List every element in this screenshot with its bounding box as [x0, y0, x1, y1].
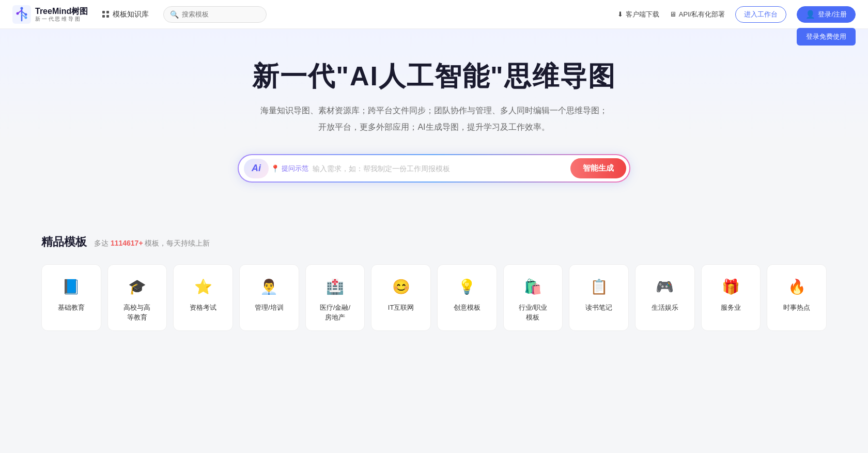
- category-card-service-industry[interactable]: 🎁服务业: [701, 264, 761, 330]
- category-card-basic-education[interactable]: 📘基础教育: [41, 264, 101, 330]
- category-icon-management-training: 👨‍💼: [258, 275, 281, 298]
- category-label-qualification-exam: 资格考试: [190, 303, 216, 312]
- templates-desc: 多达 1114617+ 模板，每天持续上新: [94, 239, 210, 248]
- category-card-qualification-exam[interactable]: ⭐资格考试: [173, 264, 233, 330]
- svg-point-3: [25, 16, 27, 19]
- category-icon-industry-career: 🛍️: [521, 275, 544, 298]
- templates-desc-prefix: 多达: [94, 239, 109, 247]
- category-card-industry-career[interactable]: 🛍️行业/职业 模板: [503, 264, 563, 330]
- category-icon-creative-templates: 💡: [456, 275, 478, 298]
- header: TreeMind树图 新 一 代 思 维 导 图 模板知识库 🔍 ⬇ 客户端下载…: [0, 0, 868, 29]
- category-icon-service-industry: 🎁: [719, 275, 742, 298]
- enter-workspace-button[interactable]: 进入工作台: [735, 6, 786, 23]
- download-link[interactable]: ⬇ 客户端下载: [617, 10, 659, 19]
- hero-subtitle-line2: 开放平台，更多外部应用；AI生成导图，提升学习及工作效率。: [318, 123, 549, 131]
- hint-icon: 📍: [271, 164, 280, 173]
- category-card-creative-templates[interactable]: 💡创意模板: [437, 264, 497, 330]
- api-link[interactable]: 🖥 API/私有化部署: [670, 10, 725, 19]
- category-icon-it-internet: 😊: [390, 275, 412, 298]
- download-icon: ⬇: [617, 10, 623, 18]
- categories-grid: 📘基础教育🎓高校与高 等教育⭐资格考试👨‍💼管理/培训🏥医疗/金融/ 房地产😊I…: [41, 264, 827, 330]
- search-input[interactable]: [182, 10, 260, 18]
- login-dropdown[interactable]: 登录免费使用: [797, 28, 856, 46]
- category-card-higher-education[interactable]: 🎓高校与高 等教育: [107, 264, 167, 330]
- smart-generate-button[interactable]: 智能生成: [570, 158, 626, 178]
- templates-count: 1114617+: [111, 239, 143, 247]
- nav-template-label: 模板知识库: [113, 10, 149, 19]
- category-card-reading-notes[interactable]: 📋读书笔记: [569, 264, 629, 330]
- ai-search-container: Ai 📍 提问示范 智能生成: [238, 154, 630, 183]
- category-label-medical-finance: 医疗/金融/ 房地产: [320, 303, 350, 322]
- ai-search-bar: Ai 📍 提问示范 智能生成: [238, 154, 630, 183]
- category-label-industry-career: 行业/职业 模板: [519, 303, 548, 322]
- logo-text: TreeMind树图 新 一 代 思 维 导 图: [35, 6, 88, 22]
- logo-slogan: 新 一 代 思 维 导 图: [35, 16, 88, 22]
- login-label: 登录/注册: [818, 10, 847, 19]
- ai-search-input[interactable]: [313, 164, 570, 173]
- category-label-higher-education: 高校与高 等教育: [123, 303, 150, 322]
- category-card-it-internet[interactable]: 😊IT互联网: [371, 264, 431, 330]
- category-card-medical-finance[interactable]: 🏥医疗/金融/ 房地产: [305, 264, 365, 330]
- category-label-reading-notes: 读书笔记: [585, 303, 612, 312]
- download-label: 客户端下载: [626, 10, 659, 19]
- templates-section: 精品模板 多达 1114617+ 模板，每天持续上新 📘基础教育🎓高校与高 等教…: [0, 214, 868, 351]
- category-card-life-entertainment[interactable]: 🎮生活娱乐: [635, 264, 695, 330]
- ai-badge: Ai: [244, 159, 269, 178]
- templates-desc-suffix: 模板，每天持续上新: [145, 239, 210, 247]
- category-label-management-training: 管理/培训: [255, 303, 284, 312]
- category-icon-qualification-exam: ⭐: [192, 275, 214, 298]
- grid-icon: [102, 11, 110, 18]
- treemind-logo-icon: [12, 5, 31, 24]
- nav-template-library[interactable]: 模板知识库: [102, 10, 149, 19]
- templates-header: 精品模板 多达 1114617+ 模板，每天持续上新: [41, 234, 827, 250]
- category-icon-medical-finance: 🏥: [323, 275, 346, 298]
- category-label-creative-templates: 创意模板: [454, 303, 481, 312]
- category-label-current-events: 时事热点: [783, 303, 810, 312]
- svg-point-2: [25, 13, 27, 16]
- category-icon-reading-notes: 📋: [587, 275, 610, 298]
- hero-section: 新一代"AI人工智能"思维导图 海量知识导图、素材资源库；跨平台文件同步；团队协…: [0, 29, 868, 214]
- svg-point-1: [21, 7, 23, 9]
- search-box[interactable]: 🔍: [163, 6, 267, 23]
- api-icon: 🖥: [670, 10, 676, 18]
- templates-title: 精品模板: [41, 234, 87, 250]
- hero-title: 新一代"AI人工智能"思维导图: [10, 60, 858, 92]
- svg-point-4: [17, 12, 19, 14]
- category-label-basic-education: 基础教育: [58, 303, 85, 312]
- category-icon-current-events: 🔥: [785, 275, 808, 298]
- category-icon-basic-education: 📘: [60, 275, 83, 298]
- hero-subtitle-line1: 海量知识导图、素材资源库；跨平台文件同步；团队协作与管理、多人同时编辑一个思维导…: [260, 106, 608, 115]
- category-card-management-training[interactable]: 👨‍💼管理/培训: [239, 264, 299, 330]
- category-card-current-events[interactable]: 🔥时事热点: [767, 264, 827, 330]
- category-label-service-industry: 服务业: [721, 303, 741, 312]
- category-icon-higher-education: 🎓: [126, 275, 148, 298]
- logo-area: TreeMind树图 新 一 代 思 维 导 图: [12, 5, 88, 24]
- logo-name: TreeMind树图: [35, 6, 88, 16]
- category-label-life-entertainment: 生活娱乐: [652, 303, 678, 312]
- search-icon: 🔍: [170, 10, 179, 19]
- hero-subtitle: 海量知识导图、素材资源库；跨平台文件同步；团队协作与管理、多人同时编辑一个思维导…: [10, 102, 858, 135]
- ai-hint: 📍 提问示范: [271, 164, 308, 173]
- api-label: API/私有化部署: [679, 10, 725, 19]
- header-actions: ⬇ 客户端下载 🖥 API/私有化部署 进入工作台 👤 登录/注册 登录免费使用: [617, 6, 856, 23]
- login-button[interactable]: 👤 登录/注册: [797, 6, 856, 23]
- user-icon: 👤: [805, 10, 815, 19]
- category-icon-life-entertainment: 🎮: [654, 275, 676, 298]
- ai-hint-label: 提问示范: [282, 164, 308, 173]
- category-label-it-internet: IT互联网: [388, 303, 414, 312]
